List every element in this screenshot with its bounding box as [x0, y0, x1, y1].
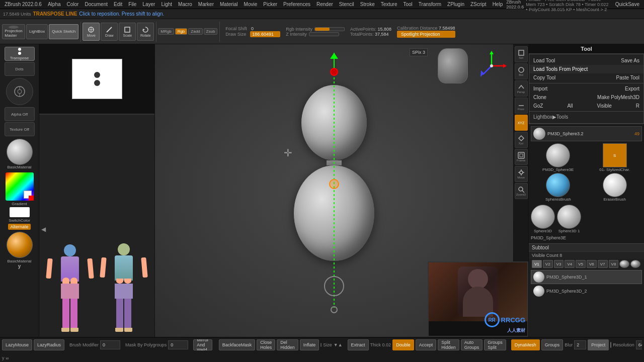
texture-off-btn[interactable]: Texture Off — [5, 122, 35, 136]
bol-btn[interactable]: Bol — [515, 63, 528, 79]
sphere3d-item[interactable]: Sphere3D — [531, 205, 555, 233]
menu-material[interactable]: Material — [217, 2, 240, 7]
rotate-tool-btn[interactable]: Rotate — [137, 23, 154, 41]
menu-picker[interactable]: Picker — [261, 2, 280, 7]
clone-item[interactable]: Clone — [533, 95, 546, 100]
menu-file[interactable]: File — [126, 2, 139, 7]
groups-btn[interactable]: Groups — [541, 339, 564, 350]
tool-item-stylized[interactable]: S 01- StylizedChar. EraserBrush — [588, 143, 642, 202]
lazy-radius-btn[interactable]: LazyRadius — [34, 339, 64, 350]
move-tool-btn[interactable]: Move — [83, 23, 100, 41]
persp-btn[interactable]: Persp — [515, 80, 528, 97]
auto-groups-btn[interactable]: Auto Groups — [461, 339, 483, 350]
scale-tool-btn[interactable]: Scale — [119, 23, 136, 41]
lazy-mouse-btn[interactable]: LazyMouse — [2, 339, 32, 350]
alpha-off-btn[interactable]: Alpha Off — [5, 107, 35, 121]
tool-item-pm3d-sphere3e[interactable]: PM3D_Sphere3E SpheresBrush — [531, 143, 586, 202]
handle-bottom-ring[interactable] — [324, 276, 344, 296]
pm3d-sphere-header[interactable]: PM3D_Sphere3.2 49 — [531, 126, 642, 141]
menu-preferences[interactable]: Preferences — [281, 2, 313, 7]
menu-marker[interactable]: Marker — [196, 2, 216, 7]
zoom-dynamic-btn[interactable]: ZoomD — [515, 183, 528, 199]
paste-tool-item[interactable]: Paste Tool — [616, 75, 639, 80]
menu-alpha[interactable]: Alpha — [45, 2, 63, 7]
menu-stencil[interactable]: Stencil — [337, 2, 357, 7]
menu-light[interactable]: Light — [158, 2, 175, 7]
quick-sketch-btn[interactable]: Quick Sketch — [49, 24, 78, 39]
menu-zbrush[interactable]: ZBrush 2022.0.6 — [2, 2, 44, 7]
active-tool-preview[interactable] — [72, 59, 122, 99]
project-toggle[interactable] — [610, 342, 611, 348]
copy-tool-item[interactable]: Copy Tool — [533, 75, 555, 80]
local-btn[interactable]: XYZ — [515, 115, 528, 131]
draw-size-input[interactable]: 186.60491 — [250, 31, 280, 37]
sphere3d1-item[interactable]: Sphere3D 1 — [557, 205, 581, 233]
color-picker[interactable] — [6, 172, 34, 201]
v1-btn[interactable]: V1 — [532, 260, 542, 268]
accept-btn[interactable]: Accept — [416, 339, 437, 350]
split-hidden-btn[interactable]: Split Hidden — [438, 339, 459, 350]
close-holes-btn[interactable]: Close Holes — [257, 339, 275, 350]
menu-document[interactable]: Document — [82, 2, 110, 7]
rotate-view-btn[interactable] — [6, 78, 33, 105]
extract-btn[interactable]: Extract — [348, 339, 369, 350]
dynamesh-btn[interactable]: DynaMesh — [511, 339, 540, 350]
spotlight-btn[interactable]: Spotlight Projection — [397, 31, 455, 38]
white-swatch[interactable] — [10, 207, 30, 217]
quicksave-btn[interactable]: QuickSave — [613, 2, 642, 7]
export-item[interactable]: Export — [625, 86, 639, 92]
xyz-btn[interactable]: Xyz — [515, 132, 528, 148]
visible-item[interactable]: Visible — [597, 103, 612, 109]
sel-btn[interactable]: Sel — [515, 46, 528, 62]
subtool-section-title[interactable]: Subtool — [529, 243, 644, 252]
transpose-btn[interactable]: Transpose — [5, 47, 35, 61]
lightbox-btn[interactable]: LightBox — [26, 24, 48, 39]
axis-gizmo[interactable] — [474, 48, 509, 83]
projection-master-btn[interactable]: Projection Master — [2, 24, 25, 39]
panel-left-arrow[interactable]: ◀ — [41, 226, 46, 233]
floor-btn[interactable]: Floor — [515, 98, 528, 114]
inflate-slider[interactable] — [320, 343, 321, 347]
menu-macro[interactable]: Macro — [176, 2, 195, 7]
blur-input[interactable] — [574, 340, 586, 349]
v4-btn[interactable]: V4 — [565, 260, 575, 268]
load-tool-item[interactable]: Load Tool Save As — [529, 56, 643, 65]
menu-texture[interactable]: Texture — [378, 2, 400, 7]
thumbnail-bottom[interactable]: ◀ — [39, 115, 154, 337]
active-material-sphere[interactable] — [7, 232, 33, 258]
menu-zscript[interactable]: ZScript — [468, 2, 489, 7]
project-btn[interactable]: Project — [588, 339, 609, 350]
subtool-item-1[interactable]: PM3D_Sphere3D_1 — [531, 270, 642, 284]
menu-transform[interactable]: Transform — [416, 2, 444, 7]
save-as-label[interactable]: Save As — [621, 58, 639, 63]
del-hidden-btn[interactable]: Del Hidden — [277, 339, 298, 350]
handle-bottom-dot[interactable] — [331, 306, 338, 313]
menu-tool[interactable]: Tool — [401, 2, 415, 7]
menu-zplugin[interactable]: ZPlugin — [445, 2, 467, 7]
head-preview[interactable] — [438, 48, 468, 83]
v6-btn[interactable]: V6 — [587, 260, 597, 268]
move-view-btn[interactable]: Move — [515, 166, 528, 182]
load-tools-project-item[interactable]: Load Tools From Project — [529, 65, 643, 73]
menu-edit[interactable]: Edit — [111, 2, 125, 7]
goz-item[interactable]: GoZ — [533, 103, 543, 109]
inflate-btn[interactable]: Inflate — [300, 339, 319, 350]
all-item[interactable]: All — [567, 103, 573, 109]
v3-btn[interactable]: V3 — [554, 260, 564, 268]
mrgb-btn[interactable]: MRgb — [158, 28, 174, 35]
mask-polygroups-input[interactable] — [168, 340, 188, 349]
frame-btn[interactable]: Frame — [515, 149, 528, 165]
menu-color[interactable]: Color — [64, 2, 82, 7]
backface-mask-btn[interactable]: BackfaceMask — [219, 339, 256, 350]
material-swatch[interactable]: BasicMaterial — [7, 139, 33, 169]
dots-btn[interactable]: Dots — [5, 62, 35, 76]
zsub-btn[interactable]: Zsub — [204, 28, 218, 35]
draw-tool-btn[interactable]: Draw — [101, 23, 118, 41]
r-item[interactable]: R — [636, 103, 639, 109]
brush-modifier-input[interactable] — [100, 340, 120, 349]
menu-layer[interactable]: Layer — [140, 2, 157, 7]
v5-btn[interactable]: V5 — [576, 260, 586, 268]
resolution-input[interactable] — [636, 340, 642, 349]
v8-btn[interactable]: V8 — [609, 260, 619, 268]
handle-mid[interactable] — [329, 179, 339, 189]
